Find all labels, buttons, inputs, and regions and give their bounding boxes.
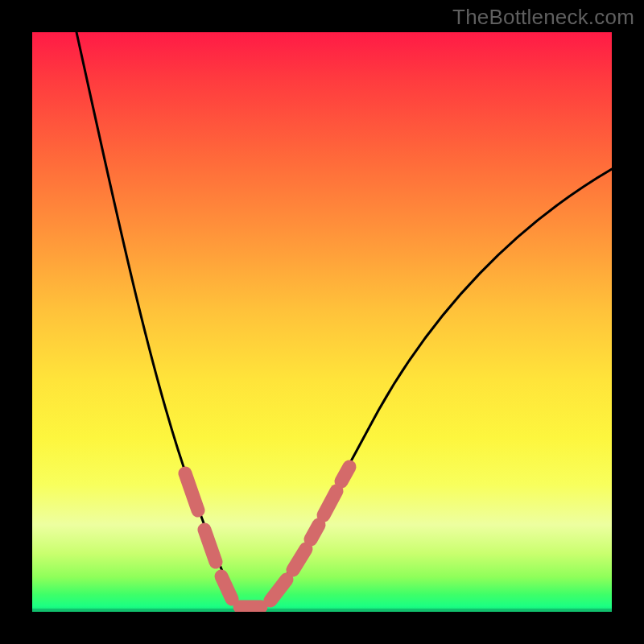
seg-l1 — [185, 473, 198, 510]
highlight-segments — [185, 467, 349, 607]
seg-r1 — [270, 580, 287, 601]
watermark-text: TheBottleneck.com — [452, 5, 634, 30]
seg-r3 — [311, 525, 319, 539]
chart-frame: TheBottleneck.com — [0, 0, 644, 644]
seg-l2 — [204, 530, 216, 562]
seg-l3 — [221, 576, 232, 599]
seg-r4 — [324, 491, 336, 515]
curve-left-arm — [76, 32, 237, 604]
curve-svg — [32, 32, 612, 612]
seg-r2 — [293, 549, 306, 570]
seg-r5 — [341, 467, 349, 481]
plot-area — [32, 32, 612, 612]
